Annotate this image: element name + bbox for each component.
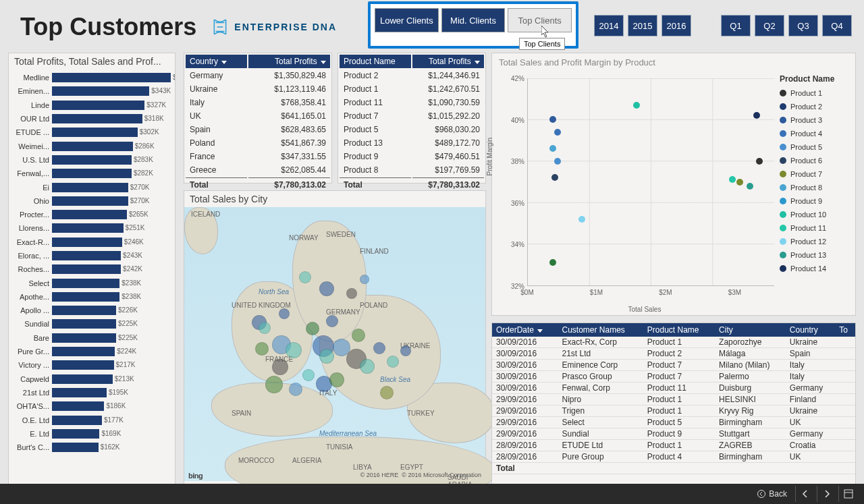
table-row[interactable]: Product 1$1,242,670.51: [340, 83, 484, 95]
bar-row[interactable]: Medline$421K: [13, 71, 171, 84]
bar-row[interactable]: Procter...$265K: [13, 208, 171, 221]
map-bubble[interactable]: [259, 322, 271, 334]
legend-item[interactable]: Product 7: [780, 167, 854, 181]
quarter-button[interactable]: Q2: [755, 15, 784, 36]
table-row[interactable]: Product 11$1,090,730.59: [340, 96, 484, 109]
col-total-profits[interactable]: Total Profits: [248, 55, 330, 68]
col-country[interactable]: Country: [186, 55, 247, 68]
legend-item[interactable]: Product 1: [780, 86, 854, 100]
scatter-point[interactable]: [554, 129, 561, 136]
table-row[interactable]: Greece$262,085.44: [186, 164, 330, 176]
legend-item[interactable]: Product 8: [780, 181, 854, 194]
table-row[interactable]: 30/09/2016Prasco GroupProduct 7PalermoIt…: [492, 371, 855, 383]
map-bubble[interactable]: [306, 322, 319, 335]
bar-row[interactable]: Elorac, ...$243K: [13, 249, 171, 262]
bar-row[interactable]: Linde$327K: [13, 99, 171, 112]
map-bubble[interactable]: [326, 315, 338, 327]
year-button[interactable]: 2016: [662, 15, 691, 36]
table-row[interactable]: Product 9$479,460.51: [340, 150, 484, 163]
country-profits-table[interactable]: Country Total Profits Germany$1,350,829.…: [184, 53, 332, 184]
bar-row[interactable]: Eminen...$343K: [13, 84, 171, 98]
bar-row[interactable]: Fenwal,...$282K: [13, 167, 171, 180]
scatter-point[interactable]: [756, 158, 763, 165]
col-total-profits[interactable]: Total Profits: [412, 55, 484, 68]
bar-row[interactable]: Ei$270K: [13, 180, 171, 194]
bar-row[interactable]: ETUDE ...$302K: [13, 125, 171, 139]
map-bubble[interactable]: [360, 359, 375, 374]
map-bubble[interactable]: [373, 342, 385, 354]
table-row[interactable]: 30/09/2016Eminence CorpProduct 7Milano (…: [492, 360, 855, 371]
map-bubble[interactable]: [286, 342, 302, 358]
back-button[interactable]: Back: [751, 489, 792, 499]
table-row[interactable]: France$347,331.55: [186, 150, 330, 163]
bar-row[interactable]: OUR Ltd$318K: [13, 112, 171, 125]
prev-page-button[interactable]: [795, 486, 814, 502]
bar-row[interactable]: Select$238K: [13, 276, 171, 289]
legend-item[interactable]: Product 10: [780, 208, 854, 221]
map-bubble[interactable]: [272, 359, 288, 375]
table-row[interactable]: 28/09/2016Pure GroupProduct 4BirminghamU…: [492, 451, 855, 463]
table-row[interactable]: 30/09/201621st LtdProduct 2MálagaSpain: [492, 348, 855, 360]
table-row[interactable]: 29/09/2016SundialProduct 9StuttgartGerma…: [492, 428, 855, 440]
bar-row[interactable]: Weimei...$286K: [13, 139, 171, 152]
bar-row[interactable]: U.S. Ltd$283K: [13, 153, 171, 167]
legend-item[interactable]: Product 5: [780, 140, 854, 154]
legend-item[interactable]: Product 2: [780, 100, 854, 113]
legend-item[interactable]: Product 4: [780, 127, 854, 140]
map-bubble[interactable]: [352, 329, 365, 342]
scatter-point[interactable]: [747, 183, 753, 190]
legend-item[interactable]: Product 3: [780, 113, 854, 127]
bar-row[interactable]: 21st Ltd$195K: [13, 386, 171, 399]
map-bubble[interactable]: [329, 372, 344, 387]
map-bubble[interactable]: [299, 271, 311, 283]
map-bubble[interactable]: [319, 349, 334, 364]
scatter-point[interactable]: [551, 174, 558, 181]
col-orderdate[interactable]: OrderDate: [492, 323, 558, 337]
sales-by-city-map[interactable]: Total Sales by City North Sea Black Sea …: [184, 190, 486, 484]
scatter-point[interactable]: [753, 112, 760, 119]
scatter-point[interactable]: [549, 145, 556, 152]
scatter-point[interactable]: [729, 176, 736, 183]
table-row[interactable]: 29/09/2016NiproProduct 1HELSINKIFinland: [492, 394, 855, 405]
bar-row[interactable]: Victory ...$217K: [13, 358, 171, 372]
customer-profits-bar-chart[interactable]: Total Profits, Total Sales and Prof... M…: [8, 53, 176, 484]
map-bubble[interactable]: [387, 356, 399, 368]
table-row[interactable]: 30/09/2016Fenwal, CorpProduct 11Duisburg…: [492, 383, 855, 394]
bar-row[interactable]: OHTA'S...$186K: [13, 399, 171, 413]
scatter-point[interactable]: [549, 116, 556, 123]
table-row[interactable]: Product 13$489,172.70: [340, 137, 484, 149]
col-product name[interactable]: Product Name: [643, 323, 715, 337]
bar-row[interactable]: Llorens...$251K: [13, 221, 171, 235]
segment-button[interactable]: Mid. Clients: [441, 8, 506, 32]
table-row[interactable]: Germany$1,350,829.48: [186, 69, 330, 82]
col-city[interactable]: City: [715, 323, 786, 337]
quarter-button[interactable]: Q1: [721, 15, 751, 36]
table-row[interactable]: 30/09/2016Exact-Rx, CorpProduct 1Zaporoz…: [492, 337, 855, 348]
quarter-button[interactable]: Q3: [788, 15, 818, 36]
map-bubble[interactable]: [265, 376, 283, 393]
table-row[interactable]: Poland$541,867.39: [186, 137, 330, 149]
table-row[interactable]: Product 5$968,030.20: [340, 123, 484, 136]
bar-row[interactable]: Roches...$242K: [13, 262, 171, 276]
col-customer names[interactable]: Customer Names: [558, 323, 643, 337]
map-bubble[interactable]: [319, 281, 334, 296]
map-bubble[interactable]: [360, 275, 369, 284]
legend-item[interactable]: Product 12: [780, 235, 854, 248]
col-to[interactable]: To: [835, 323, 855, 337]
segment-button[interactable]: Lower Clients: [375, 8, 439, 32]
scatter-point[interactable]: [736, 179, 743, 186]
scatter-point[interactable]: [578, 216, 585, 223]
legend-item[interactable]: Product 9: [780, 194, 854, 208]
col-product-name[interactable]: Product Name: [340, 55, 411, 68]
table-row[interactable]: Product 7$1,015,292.20: [340, 110, 484, 122]
year-button[interactable]: 2015: [628, 15, 657, 36]
bar-row[interactable]: O.E. Ltd$177K: [13, 413, 171, 426]
bar-row[interactable]: Capweld$213K: [13, 372, 171, 386]
orders-table[interactable]: OrderDate Customer NamesProduct NameCity…: [491, 323, 856, 484]
table-row[interactable]: Italy$768,358.41: [186, 96, 330, 109]
quarter-button[interactable]: Q4: [822, 15, 852, 36]
scatter-point[interactable]: [554, 158, 561, 165]
segment-button[interactable]: Top Clients: [508, 8, 572, 32]
product-profits-table[interactable]: Product Name Total Profits Product 2$1,2…: [338, 53, 486, 184]
table-row[interactable]: Product 8$197,769.59: [340, 164, 484, 176]
